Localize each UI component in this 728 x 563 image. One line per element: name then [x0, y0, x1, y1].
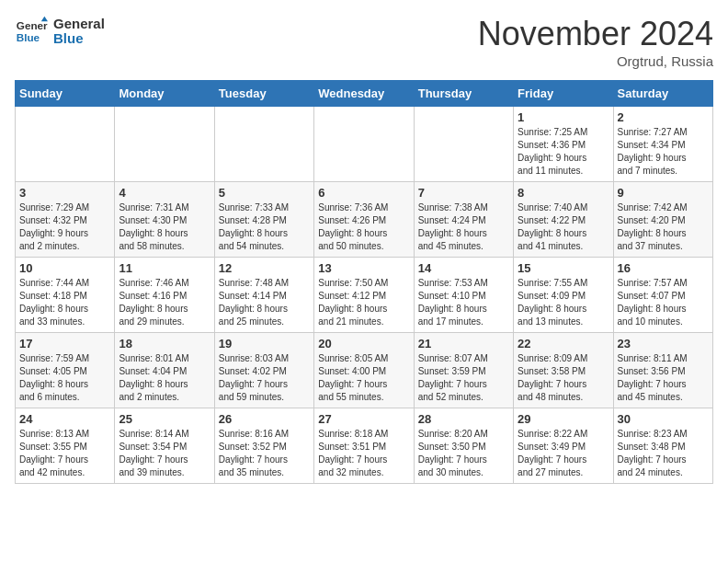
day-number: 10 [19, 261, 110, 275]
calendar-table: SundayMondayTuesdayWednesdayThursdayFrid… [15, 80, 713, 484]
day-cell: 30Sunrise: 8:23 AM Sunset: 3:48 PM Dayli… [613, 408, 712, 484]
day-cell: 2Sunrise: 7:27 AM Sunset: 4:34 PM Daylig… [613, 107, 712, 182]
day-info: Sunrise: 8:03 AM Sunset: 4:02 PM Dayligh… [219, 352, 310, 404]
month-title: November 2024 [478, 15, 713, 53]
day-cell: 20Sunrise: 8:05 AM Sunset: 4:00 PM Dayli… [314, 333, 414, 408]
day-number: 7 [418, 186, 509, 200]
day-info: Sunrise: 8:22 AM Sunset: 3:49 PM Dayligh… [518, 428, 609, 479]
day-info: Sunrise: 7:46 AM Sunset: 4:16 PM Dayligh… [119, 277, 210, 328]
day-number: 9 [618, 186, 709, 200]
day-cell: 26Sunrise: 8:16 AM Sunset: 3:52 PM Dayli… [214, 408, 313, 484]
day-cell: 8Sunrise: 7:40 AM Sunset: 4:22 PM Daylig… [514, 182, 613, 258]
day-number: 4 [119, 186, 210, 200]
day-cell: 4Sunrise: 7:31 AM Sunset: 4:30 PM Daylig… [115, 182, 214, 258]
day-info: Sunrise: 7:55 AM Sunset: 4:09 PM Dayligh… [518, 277, 609, 328]
day-cell: 29Sunrise: 8:22 AM Sunset: 3:49 PM Dayli… [514, 408, 613, 484]
day-cell: 25Sunrise: 8:14 AM Sunset: 3:54 PM Dayli… [115, 408, 214, 484]
day-cell [214, 107, 313, 182]
day-cell: 18Sunrise: 8:01 AM Sunset: 4:04 PM Dayli… [115, 333, 214, 408]
col-header-monday: Monday [115, 81, 214, 107]
page-header: General Blue General Blue November 2024 … [15, 15, 713, 69]
col-header-sunday: Sunday [16, 81, 115, 107]
day-number: 25 [119, 412, 210, 426]
day-cell: 15Sunrise: 7:55 AM Sunset: 4:09 PM Dayli… [514, 258, 613, 333]
day-cell: 28Sunrise: 8:20 AM Sunset: 3:50 PM Dayli… [414, 408, 513, 484]
day-info: Sunrise: 8:14 AM Sunset: 3:54 PM Dayligh… [119, 428, 210, 479]
day-cell: 11Sunrise: 7:46 AM Sunset: 4:16 PM Dayli… [115, 258, 214, 333]
col-header-saturday: Saturday [613, 81, 712, 107]
day-info: Sunrise: 7:57 AM Sunset: 4:07 PM Dayligh… [618, 277, 709, 328]
day-cell: 14Sunrise: 7:53 AM Sunset: 4:10 PM Dayli… [414, 258, 513, 333]
day-cell: 13Sunrise: 7:50 AM Sunset: 4:12 PM Dayli… [314, 258, 414, 333]
logo-blue: Blue [53, 31, 105, 47]
header-row: SundayMondayTuesdayWednesdayThursdayFrid… [16, 81, 713, 107]
day-number: 30 [618, 412, 709, 426]
day-number: 1 [518, 110, 609, 124]
day-info: Sunrise: 7:48 AM Sunset: 4:14 PM Dayligh… [219, 277, 310, 328]
day-cell: 16Sunrise: 7:57 AM Sunset: 4:07 PM Dayli… [613, 258, 712, 333]
day-number: 6 [318, 186, 409, 200]
day-number: 11 [119, 261, 210, 275]
day-info: Sunrise: 8:20 AM Sunset: 3:50 PM Dayligh… [418, 428, 509, 479]
day-info: Sunrise: 8:13 AM Sunset: 3:55 PM Dayligh… [19, 428, 110, 479]
day-cell: 6Sunrise: 7:36 AM Sunset: 4:26 PM Daylig… [314, 182, 414, 258]
day-cell [16, 107, 115, 182]
day-number: 23 [618, 337, 709, 350]
day-cell: 22Sunrise: 8:09 AM Sunset: 3:58 PM Dayli… [514, 333, 613, 408]
day-info: Sunrise: 7:29 AM Sunset: 4:32 PM Dayligh… [19, 201, 110, 253]
logo: General Blue General Blue [15, 15, 105, 48]
day-cell: 3Sunrise: 7:29 AM Sunset: 4:32 PM Daylig… [16, 182, 115, 258]
day-info: Sunrise: 8:16 AM Sunset: 3:52 PM Dayligh… [219, 428, 310, 479]
day-cell: 9Sunrise: 7:42 AM Sunset: 4:20 PM Daylig… [613, 182, 712, 258]
col-header-thursday: Thursday [414, 81, 513, 107]
svg-text:Blue: Blue [17, 31, 40, 43]
day-number: 27 [318, 412, 409, 426]
day-number: 24 [19, 412, 110, 426]
day-number: 29 [518, 412, 609, 426]
logo-general: General [53, 17, 105, 32]
day-info: Sunrise: 7:44 AM Sunset: 4:18 PM Dayligh… [19, 277, 110, 328]
week-row-3: 10Sunrise: 7:44 AM Sunset: 4:18 PM Dayli… [16, 258, 713, 333]
day-cell: 24Sunrise: 8:13 AM Sunset: 3:55 PM Dayli… [16, 408, 115, 484]
day-info: Sunrise: 7:36 AM Sunset: 4:26 PM Dayligh… [318, 201, 409, 253]
day-cell: 7Sunrise: 7:38 AM Sunset: 4:24 PM Daylig… [414, 182, 513, 258]
day-number: 18 [119, 337, 210, 350]
week-row-4: 17Sunrise: 7:59 AM Sunset: 4:05 PM Dayli… [16, 333, 713, 408]
week-row-2: 3Sunrise: 7:29 AM Sunset: 4:32 PM Daylig… [16, 182, 713, 258]
col-header-tuesday: Tuesday [214, 81, 313, 107]
day-cell: 17Sunrise: 7:59 AM Sunset: 4:05 PM Dayli… [16, 333, 115, 408]
day-cell: 21Sunrise: 8:07 AM Sunset: 3:59 PM Dayli… [414, 333, 513, 408]
day-info: Sunrise: 7:40 AM Sunset: 4:22 PM Dayligh… [518, 201, 609, 253]
day-number: 20 [318, 337, 409, 350]
col-header-friday: Friday [514, 81, 613, 107]
day-info: Sunrise: 7:27 AM Sunset: 4:34 PM Dayligh… [618, 126, 709, 178]
day-number: 8 [518, 186, 609, 200]
week-row-5: 24Sunrise: 8:13 AM Sunset: 3:55 PM Dayli… [16, 408, 713, 484]
day-cell [314, 107, 414, 182]
day-cell: 12Sunrise: 7:48 AM Sunset: 4:14 PM Dayli… [214, 258, 313, 333]
col-header-wednesday: Wednesday [314, 81, 414, 107]
day-info: Sunrise: 8:23 AM Sunset: 3:48 PM Dayligh… [618, 428, 709, 479]
day-cell: 27Sunrise: 8:18 AM Sunset: 3:51 PM Dayli… [314, 408, 414, 484]
location: Orgtrud, Russia [478, 53, 713, 69]
day-number: 26 [219, 412, 310, 426]
day-number: 5 [219, 186, 310, 200]
day-info: Sunrise: 8:18 AM Sunset: 3:51 PM Dayligh… [318, 428, 409, 479]
title-block: November 2024 Orgtrud, Russia [478, 15, 713, 69]
day-cell [115, 107, 214, 182]
day-info: Sunrise: 7:50 AM Sunset: 4:12 PM Dayligh… [318, 277, 409, 328]
day-info: Sunrise: 7:42 AM Sunset: 4:20 PM Dayligh… [618, 201, 709, 253]
day-info: Sunrise: 7:25 AM Sunset: 4:36 PM Dayligh… [518, 126, 609, 178]
day-number: 19 [219, 337, 310, 350]
day-info: Sunrise: 7:53 AM Sunset: 4:10 PM Dayligh… [418, 277, 509, 328]
week-row-1: 1Sunrise: 7:25 AM Sunset: 4:36 PM Daylig… [16, 107, 713, 182]
day-info: Sunrise: 8:07 AM Sunset: 3:59 PM Dayligh… [418, 352, 509, 404]
day-number: 28 [418, 412, 509, 426]
day-number: 2 [618, 110, 709, 124]
day-info: Sunrise: 8:09 AM Sunset: 3:58 PM Dayligh… [518, 352, 609, 404]
day-number: 13 [318, 261, 409, 275]
day-number: 12 [219, 261, 310, 275]
day-cell: 5Sunrise: 7:33 AM Sunset: 4:28 PM Daylig… [214, 182, 313, 258]
day-info: Sunrise: 7:33 AM Sunset: 4:28 PM Dayligh… [219, 201, 310, 253]
day-number: 14 [418, 261, 509, 275]
